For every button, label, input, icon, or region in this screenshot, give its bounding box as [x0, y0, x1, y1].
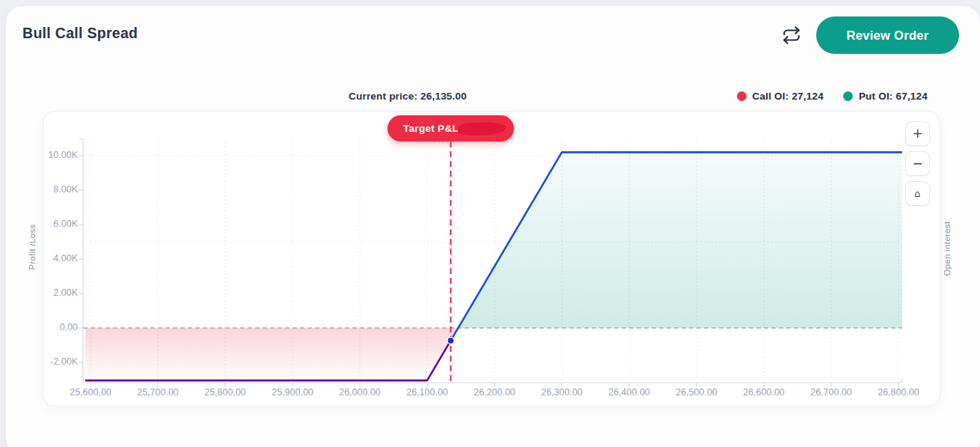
- x-tick-label: 26,000.00: [339, 387, 381, 398]
- swap-arrows-icon: [782, 25, 801, 47]
- put-oi-text: Put OI: 67,124: [859, 91, 928, 102]
- current-price-label: Current price: 26,135.00: [349, 91, 467, 102]
- target-pnl-label: Target P&L: [388, 123, 459, 134]
- x-tick-label: 26,100.00: [406, 387, 448, 398]
- x-tick-label: 26,700.00: [810, 387, 852, 398]
- swap-strategy-button[interactable]: [777, 21, 806, 51]
- x-tick-label: 25,700.00: [137, 387, 179, 398]
- target-pnl-badge[interactable]: Target P&L: [388, 115, 514, 142]
- review-order-button[interactable]: Review Order: [816, 16, 959, 54]
- y-tick-label: 0.00: [43, 322, 78, 332]
- x-tick-label: 25,600.00: [70, 387, 111, 398]
- put-oi-dot-icon: [843, 91, 853, 101]
- y-tick-label: 2.00K: [43, 288, 78, 298]
- bull-call-spread-page: Bull Call Spread Review Order Current pr…: [0, 0, 980, 447]
- y-axis-title: Profit /Loss: [28, 213, 37, 281]
- x-tick-label: 26,300.00: [541, 387, 583, 398]
- x-tick-label: 25,900.00: [272, 387, 313, 398]
- zoom-out-button[interactable]: −: [905, 151, 930, 176]
- x-tick-label: 26,200.00: [474, 387, 515, 398]
- y-tick-label: -2.00K: [43, 356, 78, 367]
- chart-zoom-controls: + − ⌂: [905, 121, 930, 206]
- y-tick-label: 4.00K: [43, 253, 78, 264]
- payoff-chart-svg[interactable]: [43, 112, 941, 407]
- x-tick-label: 26,400.00: [608, 387, 650, 398]
- reset-zoom-button[interactable]: ⌂: [905, 181, 930, 206]
- oi-legend: Call OI: 27,124 Put OI: 67,124: [737, 91, 928, 102]
- y2-axis-title: Open interest: [943, 215, 952, 282]
- legend-item-put-oi: Put OI: 67,124: [843, 91, 928, 102]
- x-tick-label: 26,600.00: [743, 387, 785, 398]
- y-tick-label: 8.00K: [43, 184, 78, 195]
- x-tick-label: 25,800.00: [204, 387, 246, 398]
- x-tick-label: 26,500.00: [676, 387, 717, 398]
- payoff-chart-card: 25,600.0025,700.0025,800.0025,900.0026,0…: [43, 111, 940, 407]
- redacted-value-scribble: [456, 121, 508, 136]
- y-tick-label: 10.00K: [43, 150, 78, 160]
- y-tick-label: 6.00K: [43, 219, 78, 229]
- home-icon: ⌂: [914, 189, 920, 198]
- page-title: Bull Call Spread: [22, 25, 138, 42]
- call-oi-dot-icon: [737, 91, 747, 101]
- x-tick-label: 26,800.00: [878, 387, 919, 398]
- zoom-in-button[interactable]: +: [905, 121, 930, 146]
- legend-item-call-oi: Call OI: 27,124: [737, 91, 824, 102]
- call-oi-text: Call OI: 27,124: [753, 91, 824, 102]
